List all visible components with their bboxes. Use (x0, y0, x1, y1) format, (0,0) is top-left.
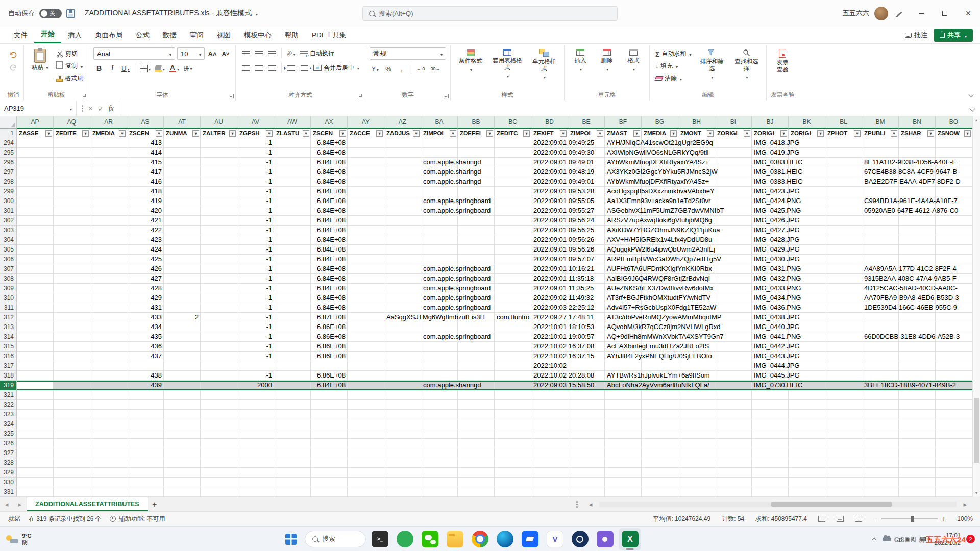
cell-BF297[interactable]: AX3YKz0Gi2GgcYbYku5RJMncS2jW (605, 167, 752, 177)
cell-BM314[interactable]: 66D0DCBB-31E8-4DD6-A52B-3 (862, 332, 972, 341)
filter-header-AS[interactable]: ZSCEN (127, 129, 164, 138)
battery-icon[interactable] (920, 537, 929, 541)
cell-BJ307[interactable]: IMG_0431.PNG (752, 264, 862, 273)
accounting-format-button[interactable]: ¥ (370, 63, 381, 74)
column-header-BH[interactable]: BH (678, 116, 715, 129)
column-header-BN[interactable]: BN (899, 116, 936, 129)
cell-AV318[interactable]: -1 (237, 371, 274, 380)
increase-indent-button[interactable] (299, 62, 310, 73)
cell-BJ294[interactable]: IMG_0418.JPG (752, 138, 972, 147)
row-header-311[interactable]: 311 (0, 303, 17, 313)
row-header-301[interactable]: 301 (0, 206, 17, 216)
filter-header-BB[interactable]: ZDEFEI (458, 129, 495, 138)
filter-dropdown-icon[interactable] (156, 130, 162, 137)
cell-BD311[interactable]: 2022:09:03 22:25:12 (531, 303, 605, 312)
row-cells-310[interactable]: 429-16.84E+08com.apple.springboard2022:0… (17, 293, 972, 303)
cell-BD310[interactable]: 2022:09:02 11:49:32 (531, 293, 605, 303)
taskbar-app-navy-app[interactable] (569, 528, 591, 550)
row-header-325[interactable]: 325 (0, 429, 17, 439)
cell-AX296[interactable]: 6.84E+08 (311, 158, 348, 167)
cell-AS315[interactable]: 436 (127, 342, 164, 351)
cell-BF316[interactable]: AYhJl84L2yxPNEQHg/U0SjELBOto (605, 352, 752, 361)
filter-dropdown-icon[interactable] (560, 130, 567, 137)
cell-AX308[interactable]: 6.84E+08 (311, 274, 348, 283)
taskbar-app-chrome[interactable] (469, 528, 491, 550)
cell-AS311[interactable]: 431 (127, 303, 164, 312)
font-family-combo[interactable]: Arial (93, 47, 175, 60)
number-dialog-launcher[interactable] (444, 94, 449, 98)
weather-widget[interactable]: 9°C 阴 (6, 527, 31, 551)
cell-BF301[interactable]: ASGebhvX11mF5UmZ7GB7dwVMNIbT (605, 206, 752, 215)
cell-AV319[interactable]: 2000 (237, 382, 274, 389)
row-cells-305[interactable]: 424-16.84E+082022:09:01 09:56:26AQugqkPW… (17, 245, 972, 255)
normal-view-button[interactable] (818, 516, 825, 522)
column-header-BE[interactable]: BE (568, 116, 605, 129)
cell-BJ304[interactable]: IMG_0428.JPG (752, 235, 972, 244)
cell-AX315[interactable]: 6.86E+08 (311, 342, 348, 351)
cell-BD302[interactable]: 2022:09:01 09:56:24 (531, 216, 605, 225)
filter-header-BI[interactable]: ZORIGI (715, 129, 752, 138)
sheet-tab-active[interactable]: ZADDITIONALASSETATTRIBUTES (27, 497, 148, 511)
zoom-slider-thumb[interactable] (911, 516, 914, 522)
align-middle-button[interactable] (253, 47, 264, 59)
column-header-AU[interactable]: AU (201, 116, 237, 129)
comments-button[interactable]: 批注 (905, 31, 927, 40)
cell-AV314[interactable]: -1 (237, 332, 274, 341)
cell-AV304[interactable]: -1 (237, 235, 274, 244)
cell-BJ297[interactable]: IMG_0381.HEIC (752, 167, 862, 177)
filter-header-BA[interactable]: ZIMPOI (421, 129, 458, 138)
orientation-button[interactable]: ab (285, 47, 297, 59)
align-center-button[interactable] (253, 62, 264, 73)
taskbar-app-excel[interactable] (619, 528, 641, 550)
cell-BM310[interactable]: AA70FBA9-B9A8-4ED6-B53D-3 (862, 293, 972, 303)
cell-BD306[interactable]: 2022:09:01 09:57:07 (531, 255, 605, 264)
cell-AX295[interactable]: 6.84E+08 (311, 148, 348, 157)
expand-formula-bar-icon[interactable] (965, 107, 980, 111)
column-header-BJ[interactable]: BJ (752, 116, 789, 129)
row-cells-331[interactable] (17, 487, 972, 497)
cell-AV309[interactable]: -1 (237, 284, 274, 293)
row-cells-301[interactable]: 420-16.84E+08com.apple.springboard2022:0… (17, 206, 972, 216)
filter-dropdown-icon[interactable] (964, 130, 971, 137)
row-cells-299[interactable]: 418-16.84E+082022:09:01 09:53:28AcoHgxpq… (17, 187, 972, 196)
conditional-format-button[interactable]: 条件格式 (455, 47, 486, 74)
filter-header-BL[interactable]: ZPHOT (825, 129, 862, 138)
filter-dropdown-icon[interactable] (707, 130, 714, 137)
underline-button[interactable]: U (120, 63, 131, 74)
start-button[interactable] (280, 528, 302, 550)
row-header-295[interactable]: 295 (0, 148, 17, 158)
cell-AV311[interactable]: -1 (237, 303, 274, 312)
sheet-nav-next-icon[interactable] (13, 497, 27, 511)
filter-dropdown-icon[interactable] (854, 130, 861, 137)
cell-AS297[interactable]: 417 (127, 167, 164, 177)
filter-header-AU[interactable]: ZALTER (201, 129, 237, 138)
font-color-button[interactable]: A (168, 63, 180, 74)
cell-AX310[interactable]: 6.84E+08 (311, 293, 348, 303)
row-header-310[interactable]: 310 (0, 293, 17, 303)
cell-BA319[interactable]: com.apple.sharingd (421, 382, 531, 389)
cell-BD307[interactable]: 2022:09:01 10:16:21 (531, 264, 605, 273)
row-cells-311[interactable]: 431-16.84E+08com.apple.springboard2022:0… (17, 303, 972, 313)
cell-BF302[interactable]: ARSzV7upAxwq8oki6gVtuhjbMQ6g (605, 216, 752, 225)
format-as-table-button[interactable]: 套用表格格式 (489, 47, 525, 81)
row-cells-328[interactable] (17, 458, 972, 468)
taskbar-app-blue-app[interactable] (519, 528, 541, 550)
cell-BJ311[interactable]: IMG_0436.PNG (752, 303, 862, 312)
filter-dropdown-icon[interactable] (229, 130, 236, 137)
row-cells-295[interactable]: 414-16.84E+082022:09:01 09:49:30AXIWlpNG… (17, 148, 972, 158)
cell-AV313[interactable]: -1 (237, 322, 274, 332)
cell-AX301[interactable]: 6.84E+08 (311, 206, 348, 215)
row-header-315[interactable]: 315 (0, 342, 17, 352)
minimize-button[interactable] (910, 0, 933, 27)
cell-BF303[interactable]: AXiKDW7YBGZOhmJN9KZIQ11juKua (605, 226, 752, 235)
cell-styles-button[interactable]: 单元格样式 (528, 47, 560, 82)
collapse-ribbon-icon[interactable] (969, 92, 974, 97)
cell-AX299[interactable]: 6.84E+08 (311, 187, 348, 196)
filter-header-BK[interactable]: ZORIGI (789, 129, 825, 138)
row-header-327[interactable]: 327 (0, 448, 17, 458)
filter-dropdown-icon[interactable] (376, 130, 383, 137)
cell-AX306[interactable]: 6.84E+08 (311, 255, 348, 264)
cell-BC312[interactable]: com.fluntro (495, 313, 531, 322)
name-box-splitter[interactable] (82, 108, 83, 109)
row-header-298[interactable]: 298 (0, 177, 17, 187)
